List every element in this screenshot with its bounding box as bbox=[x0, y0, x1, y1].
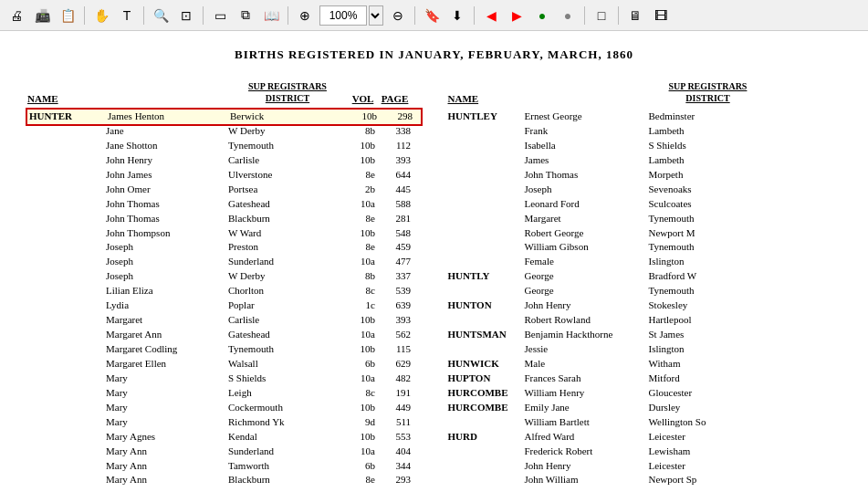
page-view-button[interactable]: ▭ bbox=[209, 5, 231, 26]
cell-page: 511 bbox=[379, 415, 411, 430]
cell-vol: 10b bbox=[347, 139, 379, 153]
cell-page: 629 bbox=[379, 357, 411, 372]
left-table-row: John Omer Portsea 2b 445 bbox=[27, 183, 421, 197]
cell-page: 477 bbox=[379, 255, 411, 269]
square-button[interactable]: □ bbox=[591, 5, 612, 26]
right-table-row: Frederick Robert Lewisham bbox=[448, 445, 842, 459]
left-panel: NAME SUP REGISTRARSDISTRICT VOL PAGE HUN… bbox=[27, 80, 421, 487]
right-table-row: HUNTLEY Ernest George Bedminster bbox=[448, 110, 842, 124]
left-page-header: PAGE bbox=[379, 93, 411, 104]
book-view-button[interactable]: 📖 bbox=[260, 5, 282, 26]
select-button[interactable]: ✋ bbox=[90, 5, 112, 26]
cell-firstname: Margaret bbox=[100, 313, 228, 328]
toolbar-separator-1 bbox=[84, 6, 85, 25]
fax-button[interactable]: 📠 bbox=[31, 5, 53, 26]
cell-firstname: John Thomas bbox=[100, 197, 228, 212]
cell-r-district: Lambeth bbox=[649, 153, 768, 168]
toolbar-separator-7 bbox=[584, 6, 585, 25]
cell-r-district: Leicester bbox=[649, 459, 768, 474]
left-table-row: Mary Ann Sunderland 10a 404 bbox=[27, 445, 421, 459]
zoom-fit-button[interactable]: ⊡ bbox=[175, 5, 197, 26]
left-table-row: Mary Agnes Kendal 10b 553 bbox=[27, 430, 421, 445]
left-table-row: Lilian Eliza Chorlton 8c 539 bbox=[27, 284, 421, 298]
right-table-row: Frank Lambeth bbox=[448, 124, 842, 139]
cell-page: 191 bbox=[379, 386, 411, 401]
cell-page: 112 bbox=[379, 139, 411, 153]
right-name-header: NAME bbox=[448, 93, 521, 104]
cell-district: Tynemouth bbox=[228, 139, 347, 153]
cell-vol: 2b bbox=[347, 183, 379, 197]
left-header-row: NAME SUP REGISTRARSDISTRICT VOL PAGE bbox=[27, 80, 421, 104]
toolbar-separator-5 bbox=[414, 6, 415, 25]
text-button[interactable]: T bbox=[116, 5, 138, 26]
left-table-row: Margaret Carlisle 10b 393 bbox=[27, 313, 421, 328]
circle-gray-button[interactable]: ● bbox=[557, 5, 579, 26]
cell-vol: 1c bbox=[347, 298, 379, 313]
cell-district: Carlisle bbox=[228, 153, 347, 168]
cell-vol: 10b bbox=[347, 313, 379, 328]
cell-firstname: Joseph bbox=[100, 240, 228, 255]
cell-vol: 10a bbox=[347, 372, 379, 386]
zoom-in-button[interactable]: 🔍 bbox=[150, 5, 172, 26]
cell-r-firstname: Female bbox=[521, 255, 649, 269]
cell-district: W Derby bbox=[228, 269, 347, 284]
cell-r-firstname: Frank bbox=[521, 124, 649, 139]
zoom-select[interactable] bbox=[369, 5, 383, 26]
cell-surname: HUNTER bbox=[29, 110, 102, 124]
cell-vol: 10b bbox=[347, 342, 379, 357]
left-table-row: Joseph Preston 8e 459 bbox=[27, 240, 421, 255]
cell-r-district: Leicester bbox=[649, 430, 768, 445]
download-button[interactable]: ⬇ bbox=[446, 5, 468, 26]
zoom-input[interactable] bbox=[319, 5, 367, 26]
spread-view-button[interactable]: ⧉ bbox=[235, 5, 256, 26]
cell-r-firstname: George bbox=[521, 269, 649, 284]
left-table-row: John James Ulverstone 8e 644 bbox=[27, 168, 421, 183]
circle-green-button[interactable]: ● bbox=[531, 5, 553, 26]
cell-page: 449 bbox=[379, 401, 411, 415]
right-panel: NAME SUP REGISTRARSDISTRICT HUNTLEY Erne… bbox=[421, 80, 842, 487]
right-table-row: John Thomas Morpeth bbox=[448, 168, 842, 183]
cell-firstname: John Thompson bbox=[100, 226, 228, 241]
cell-vol: 8e bbox=[347, 212, 379, 226]
cell-page: 644 bbox=[379, 168, 411, 183]
toolbar-separator-2 bbox=[143, 6, 144, 25]
cell-district: Gateshead bbox=[228, 197, 347, 212]
bookmark-button[interactable]: 🔖 bbox=[421, 5, 443, 26]
table-area: NAME SUP REGISTRARSDISTRICT VOL PAGE HUN… bbox=[27, 80, 841, 487]
scan-button[interactable]: 📋 bbox=[57, 5, 78, 26]
cell-r-firstname: Robert George bbox=[521, 226, 649, 241]
forward-button[interactable]: ▶ bbox=[506, 5, 528, 26]
cell-r-surname: HUNTON bbox=[448, 298, 521, 313]
cell-district: Tynemouth bbox=[228, 342, 347, 357]
document-title: BIRTHS REGISTERED IN JANUARY, FEBRUARY, … bbox=[27, 47, 841, 62]
cell-district: Leigh bbox=[228, 386, 347, 401]
left-table-row: John Thompson W Ward 10b 548 bbox=[27, 226, 421, 241]
monitor-button[interactable]: 🖥 bbox=[624, 5, 646, 26]
right-table-row: HURD Alfred Ward Leicester bbox=[448, 430, 842, 445]
toolbar-separator-6 bbox=[474, 6, 475, 25]
left-table-row: Lydia Poplar 1c 639 bbox=[27, 298, 421, 313]
nav-right-button[interactable]: ⊖ bbox=[387, 5, 409, 26]
nav-left-button[interactable]: ⊕ bbox=[294, 5, 316, 26]
cell-r-district: Tynemouth bbox=[649, 240, 768, 255]
left-table-row: John Henry Carlisle 10b 393 bbox=[27, 153, 421, 168]
cell-r-district: Newport M bbox=[649, 226, 768, 241]
left-table-row: Mary Cockermouth 10b 449 bbox=[27, 401, 421, 415]
cell-page: 639 bbox=[379, 298, 411, 313]
cell-r-district: Bradford W bbox=[649, 269, 768, 284]
cell-page: 298 bbox=[381, 110, 413, 124]
document-area: BIRTHS REGISTERED IN JANUARY, FEBRUARY, … bbox=[0, 31, 868, 492]
cell-district: Blackburn bbox=[228, 212, 347, 226]
right-table-row: HUNTLY George Bradford W bbox=[448, 269, 842, 284]
right-table-row: William Bartlett Wellington So bbox=[448, 415, 842, 430]
cell-r-firstname: Leonard Ford bbox=[521, 197, 649, 212]
toolbar-separator-3 bbox=[203, 6, 204, 25]
left-sup-header: SUP REGISTRARSDISTRICT bbox=[228, 80, 347, 104]
back-button[interactable]: ◀ bbox=[480, 5, 502, 26]
cell-r-surname: HUNTLEY bbox=[448, 110, 521, 124]
print-button[interactable]: 🖨 bbox=[5, 5, 27, 26]
cell-r-district: Stokesley bbox=[649, 298, 768, 313]
cell-r-district: Wellington So bbox=[649, 415, 768, 430]
film-button[interactable]: 🎞 bbox=[650, 5, 672, 26]
cell-vol: 10a bbox=[347, 328, 379, 342]
